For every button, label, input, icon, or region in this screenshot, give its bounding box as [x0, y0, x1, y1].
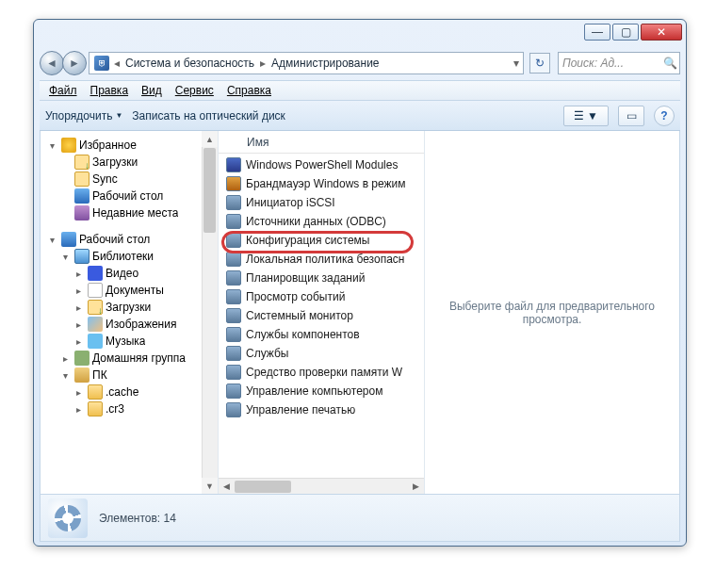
- nav-row: ◄ ► ⛨ ◂ Система и безопасность ▸ Админис…: [40, 48, 680, 78]
- desktop-icon: [74, 188, 90, 204]
- nav-desktop-root[interactable]: ▾Рабочий стол: [41, 231, 218, 248]
- folder-icon: [74, 172, 90, 187]
- file-item[interactable]: Службы компонентов: [219, 325, 424, 344]
- maximize-button[interactable]: ▢: [612, 24, 639, 41]
- preview-pane-button[interactable]: ▭: [618, 106, 644, 126]
- nav-desktop[interactable]: Рабочий стол: [41, 188, 218, 204]
- nav-pictures[interactable]: ▸Изображения: [41, 316, 218, 333]
- breadcrumb-system-security[interactable]: Система и безопасность: [122, 53, 258, 74]
- shortcut-icon: [226, 214, 241, 229]
- scroll-thumb[interactable]: [235, 481, 291, 493]
- nav-buttons: ◄ ►: [40, 51, 85, 75]
- menu-tools[interactable]: Сервис: [170, 82, 220, 99]
- search-input[interactable]: Поиск: Ад... 🔍: [558, 52, 680, 74]
- nav-pane: ▾Избранное Загрузки Sync Рабочий стол Не…: [41, 131, 218, 494]
- nav-documents[interactable]: ▸Документы: [41, 282, 218, 299]
- chevron-right-icon: ▸: [258, 57, 268, 70]
- nav-homegroup[interactable]: ▸Домашняя группа: [41, 350, 218, 367]
- video-icon: [88, 266, 103, 281]
- nav-recent[interactable]: Недавние места: [41, 204, 218, 221]
- shield-icon: ⛨: [94, 56, 109, 71]
- shortcut-icon: [226, 327, 241, 342]
- admin-tools-icon: [48, 498, 88, 538]
- address-bar[interactable]: ⛨ ◂ Система и безопасность ▸ Администрир…: [89, 52, 524, 74]
- scroll-thumb[interactable]: [203, 148, 216, 233]
- shortcut-icon: [226, 346, 241, 361]
- shortcut-icon: [226, 308, 241, 323]
- file-item[interactable]: Средство проверки памяти W: [219, 363, 424, 382]
- file-item[interactable]: Системный монитор: [219, 306, 424, 325]
- nav-music[interactable]: ▸Музыка: [41, 333, 218, 350]
- scroll-up-icon[interactable]: ▲: [202, 131, 218, 147]
- file-item[interactable]: Планировщик заданий: [219, 269, 424, 287]
- scroll-down-icon[interactable]: ▼: [202, 478, 218, 494]
- search-placeholder: Поиск: Ад...: [562, 57, 663, 70]
- star-icon: [61, 138, 76, 153]
- folder-icon: [74, 155, 90, 170]
- file-item[interactable]: Источники данных (ODBC): [219, 212, 424, 231]
- nav-cr3[interactable]: ▸.cr3: [41, 400, 218, 417]
- shortcut-icon: [226, 384, 241, 399]
- content-area: ▾Избранное Загрузки Sync Рабочий стол Не…: [40, 131, 680, 495]
- file-item[interactable]: Брандмауэр Windows в режим: [219, 174, 424, 193]
- preview-message: Выберите файл для предварительного просм…: [434, 300, 670, 326]
- menu-edit[interactable]: Правка: [85, 82, 135, 99]
- file-item[interactable]: Windows PowerShell Modules: [219, 155, 424, 174]
- scroll-left-icon[interactable]: ◀: [219, 479, 235, 495]
- folder-icon: [88, 401, 103, 416]
- menu-view[interactable]: Вид: [136, 82, 168, 99]
- forward-button[interactable]: ►: [62, 51, 87, 75]
- help-button[interactable]: ?: [654, 106, 675, 126]
- window: — ▢ ✕ ◄ ► ⛨ ◂ Система и безопасность ▸ А…: [33, 19, 687, 547]
- close-button[interactable]: ✕: [641, 24, 682, 41]
- nav-pc[interactable]: ▾ПК: [41, 367, 218, 384]
- shortcut-icon: [226, 157, 241, 172]
- shortcut-icon: [226, 233, 241, 248]
- shortcut-icon: [226, 176, 241, 191]
- file-item[interactable]: Локальная политика безопасн: [219, 250, 424, 269]
- toolbar: Упорядочить▼ Записать на оптический диск…: [40, 101, 680, 131]
- nav-scrollbar[interactable]: ▲ ▼: [202, 131, 218, 494]
- breadcrumb-administration[interactable]: Администрирование: [268, 53, 382, 74]
- file-item[interactable]: Просмотр событий: [219, 287, 424, 306]
- folder-icon: [88, 300, 103, 315]
- burn-button[interactable]: Записать на оптический диск: [132, 109, 285, 122]
- list-icon: ☰: [574, 109, 584, 122]
- file-item[interactable]: Инициатор iSCSI: [219, 193, 424, 212]
- menu-file[interactable]: Файл: [43, 82, 83, 99]
- column-name[interactable]: Имя: [219, 131, 424, 154]
- document-icon: [88, 283, 103, 298]
- status-text: Элементов: 14: [99, 512, 176, 525]
- file-hscrollbar[interactable]: ◀ ▶: [219, 478, 424, 494]
- search-icon: 🔍: [663, 57, 677, 70]
- recent-icon: [74, 205, 90, 220]
- refresh-button[interactable]: ↻: [529, 53, 550, 74]
- file-item[interactable]: Управление печатью: [219, 400, 424, 419]
- scroll-right-icon[interactable]: ▶: [408, 479, 424, 495]
- dropdown-icon[interactable]: ▾: [512, 57, 521, 70]
- file-item[interactable]: Управление компьютером: [219, 382, 424, 400]
- nav-videos[interactable]: ▸Видео: [41, 265, 218, 282]
- image-icon: [88, 317, 103, 332]
- preview-pane: Выберите файл для предварительного просм…: [425, 131, 679, 494]
- file-item[interactable]: Службы: [219, 344, 424, 363]
- minimize-button[interactable]: —: [584, 24, 610, 41]
- shortcut-icon: [226, 195, 241, 210]
- nav-cache[interactable]: ▸.cache: [41, 384, 218, 400]
- nav-favorites[interactable]: ▾Избранное: [41, 137, 218, 154]
- nav-downloads2[interactable]: ▸Загрузки: [41, 299, 218, 316]
- back-button[interactable]: ◄: [40, 51, 64, 75]
- titlebar: — ▢ ✕: [34, 20, 686, 48]
- file-item-highlighted[interactable]: Конфигурация системы: [219, 231, 424, 250]
- file-list: Windows PowerShell Modules Брандмауэр Wi…: [219, 154, 424, 478]
- nav-sync[interactable]: Sync: [41, 171, 218, 188]
- view-mode-button[interactable]: ☰▼: [563, 106, 609, 126]
- menu-bar: Файл Правка Вид Сервис Справка: [40, 80, 680, 101]
- menu-help[interactable]: Справка: [221, 82, 277, 99]
- organize-button[interactable]: Упорядочить▼: [45, 109, 122, 122]
- nav-downloads[interactable]: Загрузки: [41, 154, 218, 171]
- music-icon: [88, 334, 103, 349]
- nav-libraries[interactable]: ▾Библиотеки: [41, 248, 218, 265]
- user-icon: [74, 368, 90, 383]
- chevron-down-icon: ▼: [115, 111, 122, 120]
